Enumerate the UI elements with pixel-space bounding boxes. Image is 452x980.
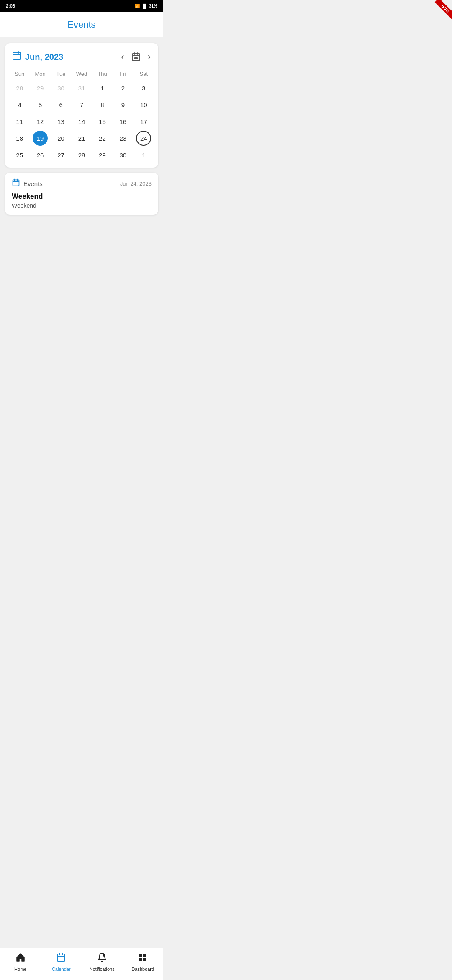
calendar-week-2: 4 5 6 7 8 9 10 <box>9 96 154 113</box>
day-8[interactable]: 8 <box>92 96 113 113</box>
day-14[interactable]: 14 <box>71 113 92 130</box>
event-title: Weekend <box>12 192 152 201</box>
day-6[interactable]: 6 <box>51 96 71 113</box>
day-7[interactable]: 7 <box>71 96 92 113</box>
event-card[interactable]: Events Jun 24, 2023 Weekend Weekend <box>5 173 158 215</box>
svg-rect-4 <box>132 54 140 61</box>
calendar-icon <box>12 51 22 63</box>
day-17[interactable]: 17 <box>134 113 154 130</box>
day-19-selected[interactable]: 19 <box>30 130 50 147</box>
battery-indicator: 31% <box>149 4 157 8</box>
day-5[interactable]: 5 <box>30 96 50 113</box>
day-24-today[interactable]: 24 <box>134 130 154 147</box>
day-11[interactable]: 11 <box>9 113 30 130</box>
svg-rect-9 <box>13 180 19 186</box>
day-27[interactable]: 27 <box>51 147 71 163</box>
day-1-next[interactable]: 1 <box>134 147 154 163</box>
day-25[interactable]: 25 <box>9 147 30 163</box>
day-28-prev[interactable]: 28 <box>9 80 30 96</box>
day-26[interactable]: 26 <box>30 147 50 163</box>
day-30-prev[interactable]: 30 <box>51 80 71 96</box>
day-18[interactable]: 18 <box>9 130 30 147</box>
event-card-label: Events <box>23 180 43 187</box>
week-header-mon: Mon <box>30 69 50 79</box>
day-30[interactable]: 30 <box>113 147 133 163</box>
event-card-header: Events Jun 24, 2023 <box>12 178 152 189</box>
main-content: Jun, 2023 ‹ › <box>0 37 163 221</box>
day-4[interactable]: 4 <box>9 96 30 113</box>
day-10[interactable]: 10 <box>134 96 154 113</box>
day-13[interactable]: 13 <box>51 113 71 130</box>
calendar-header: Jun, 2023 ‹ › <box>9 49 154 69</box>
calendar-nav: ‹ › <box>120 51 152 63</box>
status-bar: 2:08 📶 ▐▌ 31% <box>0 0 163 12</box>
day-2[interactable]: 2 <box>113 80 133 96</box>
calendar-week-1: 28 29 30 31 1 2 3 <box>9 80 154 96</box>
day-31-prev[interactable]: 31 <box>71 80 92 96</box>
calendar-week-3: 11 12 13 14 15 16 17 <box>9 113 154 130</box>
page-title: Events <box>0 12 163 37</box>
event-card-calendar-icon <box>12 178 20 189</box>
prev-month-button[interactable]: ‹ <box>120 51 125 63</box>
month-label-group: Jun, 2023 <box>12 51 63 63</box>
day-16[interactable]: 16 <box>113 113 133 130</box>
day-12[interactable]: 12 <box>30 113 50 130</box>
calendar-week-5: 25 26 27 28 29 30 1 <box>9 147 154 163</box>
week-header-sat: Sat <box>134 69 154 79</box>
signal-icon: ▐▌ <box>141 4 147 8</box>
svg-rect-0 <box>13 52 21 59</box>
week-header-fri: Fri <box>113 69 133 79</box>
week-headers: Sun Mon Tue Wed Thu Fri Sat <box>9 69 154 79</box>
month-year-text: Jun, 2023 <box>25 52 63 62</box>
day-21[interactable]: 21 <box>71 130 92 147</box>
day-15[interactable]: 15 <box>92 113 113 130</box>
status-time: 2:08 <box>6 3 15 8</box>
day-9[interactable]: 9 <box>113 96 133 113</box>
day-20[interactable]: 20 <box>51 130 71 147</box>
day-29[interactable]: 29 <box>92 147 113 163</box>
calendar-week-4: 18 19 20 21 22 23 24 <box>9 130 154 147</box>
week-header-sun: Sun <box>9 69 30 79</box>
calendar-card: Jun, 2023 ‹ › <box>5 43 158 168</box>
event-subtitle: Weekend <box>12 202 152 209</box>
week-header-thu: Thu <box>92 69 113 79</box>
day-28[interactable]: 28 <box>71 147 92 163</box>
today-button[interactable] <box>131 52 141 62</box>
wifi-icon: 📶 <box>135 4 140 8</box>
event-card-title-row: Events <box>12 178 43 189</box>
calendar-grid: Sun Mon Tue Wed Thu Fri Sat 28 29 30 31 … <box>9 69 154 163</box>
week-header-tue: Tue <box>51 69 71 79</box>
day-22[interactable]: 22 <box>92 130 113 147</box>
day-3[interactable]: 3 <box>134 80 154 96</box>
status-indicators: 📶 ▐▌ 31% <box>135 4 157 8</box>
svg-rect-8 <box>134 57 138 59</box>
day-1[interactable]: 1 <box>92 80 113 96</box>
event-date: Jun 24, 2023 <box>120 181 152 187</box>
day-23[interactable]: 23 <box>113 130 133 147</box>
next-month-button[interactable]: › <box>147 51 152 63</box>
week-header-wed: Wed <box>71 69 92 79</box>
day-29-prev[interactable]: 29 <box>30 80 50 96</box>
